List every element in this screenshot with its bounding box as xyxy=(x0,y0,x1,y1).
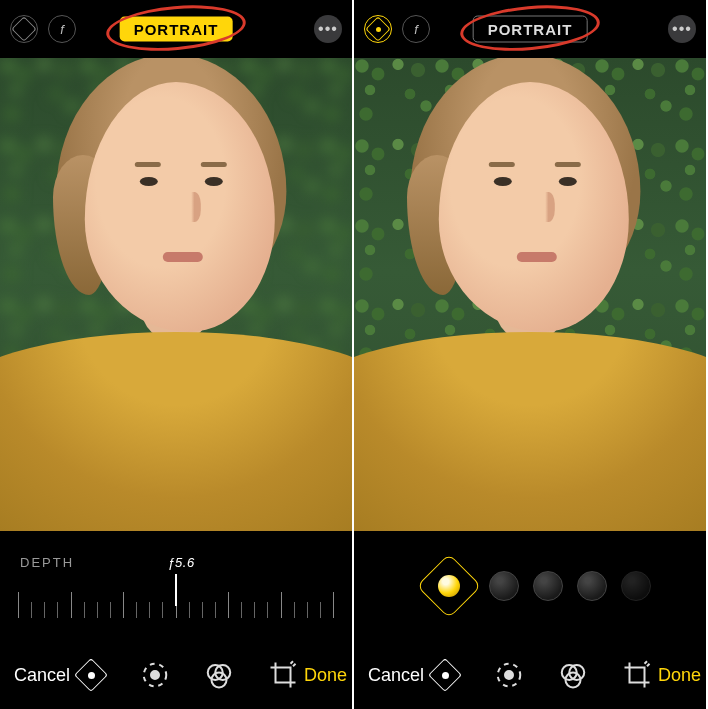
lighting-option-studio[interactable] xyxy=(489,571,519,601)
depth-value: ƒ5.6 xyxy=(167,555,194,570)
editor-pane-left: f PORTRAIT ••• DEPTH ƒ5.6 xyxy=(0,0,354,709)
portrait-lighting-tool-icon[interactable] xyxy=(430,660,460,690)
svg-point-1 xyxy=(151,671,159,679)
lighting-option-stage[interactable] xyxy=(577,571,607,601)
lighting-option-stage-mono[interactable] xyxy=(621,571,651,601)
portrait-lighting-picker[interactable] xyxy=(354,531,706,641)
top-toolbar: f PORTRAIT ••• xyxy=(0,0,352,58)
photo-preview[interactable] xyxy=(0,58,352,531)
depth-label: DEPTH xyxy=(20,555,74,570)
portrait-toggle[interactable]: PORTRAIT xyxy=(120,17,233,42)
done-button[interactable]: Done xyxy=(298,665,353,686)
portrait-lighting-tool-icon[interactable] xyxy=(76,660,106,690)
more-icon[interactable]: ••• xyxy=(314,15,342,43)
editor-pane-right: f PORTRAIT ••• xyxy=(354,0,708,709)
crop-tool-icon[interactable] xyxy=(268,660,298,690)
aperture-icon[interactable]: f xyxy=(402,15,430,43)
aperture-icon[interactable]: f xyxy=(48,15,76,43)
lighting-option-natural[interactable] xyxy=(423,560,475,612)
adjust-tool-icon[interactable] xyxy=(494,660,524,690)
subject-person xyxy=(0,58,352,531)
photo-preview[interactable] xyxy=(354,58,706,531)
svg-point-6 xyxy=(505,671,513,679)
filters-tool-icon[interactable] xyxy=(204,660,234,690)
hexagon-icon[interactable] xyxy=(10,15,38,43)
depth-slider[interactable] xyxy=(0,578,352,618)
portrait-toggle[interactable]: PORTRAIT xyxy=(473,16,588,43)
adjust-tool-icon[interactable] xyxy=(140,660,170,690)
lighting-control-strip xyxy=(354,531,706,641)
done-button[interactable]: Done xyxy=(652,665,707,686)
slider-marker[interactable] xyxy=(175,574,177,606)
filters-tool-icon[interactable] xyxy=(558,660,588,690)
subject-person xyxy=(354,58,706,531)
hexagon-icon[interactable] xyxy=(364,15,392,43)
cancel-button[interactable]: Cancel xyxy=(362,665,430,686)
more-icon[interactable]: ••• xyxy=(668,15,696,43)
bottom-toolbar: Cancel Done xyxy=(354,641,706,709)
lighting-option-contour[interactable] xyxy=(533,571,563,601)
crop-tool-icon[interactable] xyxy=(622,660,652,690)
top-toolbar: f PORTRAIT ••• xyxy=(354,0,706,58)
cancel-button[interactable]: Cancel xyxy=(8,665,76,686)
bottom-toolbar: Cancel Done xyxy=(0,641,352,709)
depth-control-strip: DEPTH ƒ5.6 xyxy=(0,531,352,641)
